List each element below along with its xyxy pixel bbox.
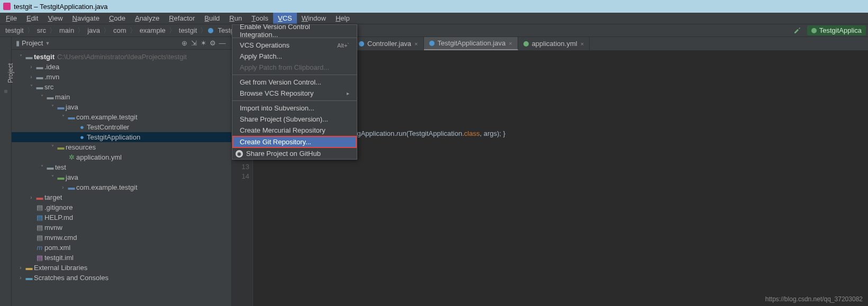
watermark: https://blog.csdn.net/qq_37203082	[765, 295, 863, 303]
breadcrumb-item[interactable]: java	[85, 26, 102, 34]
menu-share-svn[interactable]: Share Project (Subversion)...	[232, 114, 357, 125]
panel-title[interactable]: Project	[22, 39, 43, 47]
settings-icon[interactable]: ⚙	[208, 39, 218, 47]
menu-file[interactable]: File	[1, 13, 22, 24]
menu-view[interactable]: View	[43, 13, 67, 24]
tree-file-help[interactable]: ▤HELP.md	[12, 212, 231, 222]
menu-create-git-repo[interactable]: Create Git Repository...	[232, 136, 357, 148]
tree-class-controller[interactable]: ●TestController	[12, 122, 231, 132]
tree-folder-mvn[interactable]: ›▬.mvn	[12, 72, 231, 82]
tree-folder-src[interactable]: ˅▬src	[12, 82, 231, 92]
editor-tab[interactable]: Controller.java×	[354, 37, 424, 50]
expand-icon[interactable]: ⇲	[189, 39, 198, 47]
menu-import-svn[interactable]: Import into Subversion...	[232, 103, 357, 114]
tree-folder-idea[interactable]: ›▬.idea	[12, 62, 231, 72]
locate-icon[interactable]: ⊕	[179, 39, 189, 47]
vcs-menu-dropdown: Enable Version Control Integration... VC…	[232, 24, 357, 160]
project-tree: ˅▬testgitC:\Users\Administrator\IdeaProj…	[12, 50, 231, 285]
tree-file-mvnwcmd[interactable]: ▤mvnw.cmd	[12, 233, 231, 243]
tree-file-pom[interactable]: mpom.xml	[12, 243, 231, 253]
editor-tab[interactable]: TestgitApplication.java×	[424, 37, 518, 50]
tree-folder-resources[interactable]: ˅▬resources	[12, 142, 231, 152]
menu-navigate[interactable]: Navigate	[68, 13, 104, 24]
breadcrumb-item[interactable]: main	[57, 26, 76, 34]
tree-root[interactable]: ˅▬testgitC:\Users\Administrator\IdeaProj…	[12, 52, 231, 62]
tree-class-application[interactable]: ●TestgitApplication	[12, 132, 231, 142]
menu-build[interactable]: Build	[200, 13, 224, 24]
menu-bar: FileEditViewNavigateCodeAnalyzeRefactorB…	[0, 13, 868, 24]
project-panel: ▮ Project ▼ ⊕ ⇲ ✶ ⚙ — ˅▬testgitC:\Users\…	[12, 37, 232, 306]
structure-tool-icon[interactable]	[4, 90, 7, 93]
breadcrumb-item[interactable]: example	[138, 26, 168, 34]
tree-file-mvnw[interactable]: ▤mvnw	[12, 222, 231, 233]
project-panel-header: ▮ Project ▼ ⊕ ⇲ ✶ ⚙ —	[12, 37, 231, 50]
menu-enable-vcs[interactable]: Enable Version Control Integration...	[232, 25, 357, 36]
tree-package-test[interactable]: ›▬com.example.testgit	[12, 182, 231, 192]
run-config-label: TestgitApplica	[819, 26, 862, 34]
tree-external-libs[interactable]: ›▬External Libraries	[12, 263, 231, 273]
tree-file-gitignore[interactable]: ▤.gitignore	[12, 202, 231, 212]
hide-icon[interactable]: —	[218, 39, 227, 47]
dropdown-icon[interactable]: ▼	[45, 41, 50, 46]
menu-browse-repo[interactable]: Browse VCS Repository▸	[232, 88, 357, 99]
menu-code[interactable]: Code	[104, 13, 130, 24]
editor-tab[interactable]: application.yml×	[518, 37, 590, 50]
tree-file-iml[interactable]: ▤testgit.iml	[12, 253, 231, 263]
tree-folder-java[interactable]: ˅▬java	[12, 102, 231, 112]
navigation-bar: testgit〉src〉main〉java〉com〉example〉testgi…	[0, 24, 868, 37]
project-tool-label[interactable]: Project	[7, 51, 14, 83]
menu-create-hg[interactable]: Create Mercurial Repository	[232, 125, 357, 136]
tree-folder-java-test[interactable]: ˅▬java	[12, 172, 231, 182]
tree-file-yml[interactable]: ✲application.yml	[12, 152, 231, 162]
close-tab-icon[interactable]: ×	[509, 40, 512, 47]
tool-window-strip[interactable]: Project	[0, 37, 12, 306]
folder-icon: ▮	[16, 39, 20, 47]
menu-vcs-operations[interactable]: VCS OperationsAlt+`	[232, 40, 357, 51]
github-icon: ◉	[236, 150, 243, 157]
menu-analyze[interactable]: Analyze	[130, 13, 164, 24]
tree-folder-main[interactable]: ˅▬main	[12, 92, 231, 102]
menu-get-from-vcs[interactable]: Get from Version Control...	[232, 77, 357, 88]
menu-share-github[interactable]: ◉Share Project on GitHub	[232, 148, 357, 159]
breadcrumb-item[interactable]: com	[111, 26, 129, 34]
build-icon[interactable]	[793, 26, 802, 35]
window-title: testgit – TestgitApplication.java	[14, 3, 108, 11]
tree-scratches[interactable]: ›▬Scratches and Consoles	[12, 273, 231, 283]
close-tab-icon[interactable]: ×	[414, 41, 418, 47]
menu-apply-patch-clipboard: Apply Patch from Clipboard...	[232, 62, 357, 73]
title-bar: testgit – TestgitApplication.java	[0, 0, 868, 13]
breadcrumb-item[interactable]: testgit	[177, 26, 200, 34]
breadcrumb-item[interactable]: testgit	[3, 26, 26, 34]
collapse-icon[interactable]: ✶	[198, 39, 208, 47]
menu-refactor[interactable]: Refactor	[164, 13, 200, 24]
close-tab-icon[interactable]: ×	[581, 41, 584, 47]
run-config-selector[interactable]: TestgitApplica	[807, 25, 866, 35]
app-icon	[3, 3, 11, 10]
breadcrumb-item[interactable]: src	[35, 26, 48, 34]
menu-apply-patch[interactable]: Apply Patch...	[232, 51, 357, 62]
menu-edit[interactable]: Edit	[22, 13, 43, 24]
tree-package[interactable]: ˅▬com.example.testgit	[12, 112, 231, 122]
tree-folder-test[interactable]: ˅▬test	[12, 162, 231, 172]
tree-folder-target[interactable]: ›▬target	[12, 192, 231, 202]
